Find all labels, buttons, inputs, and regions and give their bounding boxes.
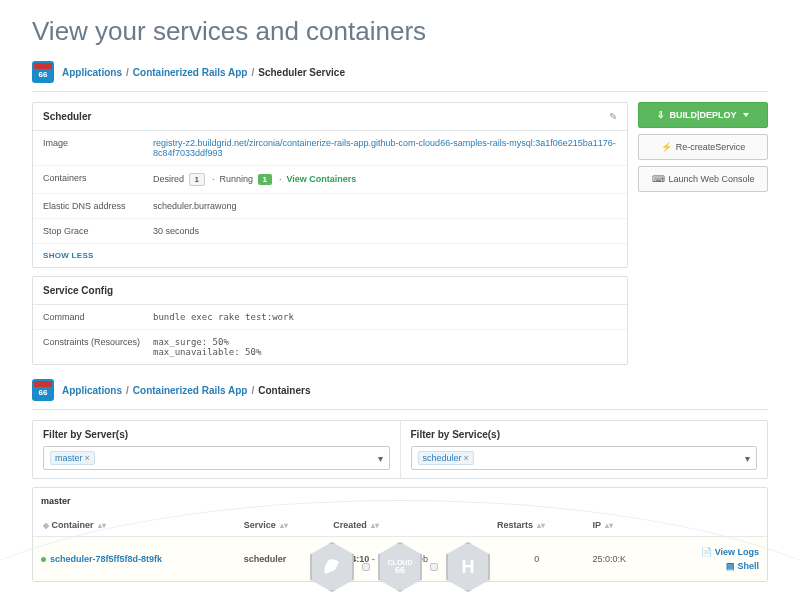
keyboard-icon: ⌨ bbox=[652, 174, 665, 184]
filter-server-select[interactable]: master× ▾ bbox=[43, 446, 390, 470]
chevron-down-icon: ▾ bbox=[378, 453, 383, 464]
status-dot-icon bbox=[41, 557, 46, 562]
cloud66-logo-icon: 66 bbox=[32, 61, 54, 83]
scheduler-panel: Scheduler ✎ Image registry-z2.buildgrid.… bbox=[32, 102, 628, 268]
view-containers-link[interactable]: View Containers bbox=[287, 174, 357, 184]
filter-server-label: Filter by Server(s) bbox=[43, 429, 390, 440]
chevron-down-icon bbox=[743, 113, 749, 117]
breadcrumb-stack[interactable]: Containerized Rails App bbox=[133, 385, 248, 396]
service-config-panel: Service Config Command bundle exec rake … bbox=[32, 276, 628, 365]
stop-grace-label: Stop Grace bbox=[43, 226, 153, 236]
recreate-service-button[interactable]: ⚡ Re-createService bbox=[638, 134, 768, 160]
ip-cell: 25:0:0:K bbox=[584, 537, 657, 582]
filters-panel: Filter by Server(s) master× ▾ Filter by … bbox=[32, 420, 768, 479]
show-less-toggle[interactable]: SHOW LESS bbox=[33, 244, 627, 267]
filter-server-tag[interactable]: master× bbox=[50, 451, 95, 465]
col-restarts[interactable]: Restarts ▴▾ bbox=[489, 514, 584, 537]
launch-web-console-button[interactable]: ⌨ Launch Web Console bbox=[638, 166, 768, 192]
bolt-icon: ⚡ bbox=[661, 142, 672, 152]
col-ip[interactable]: IP ▴▾ bbox=[584, 514, 657, 537]
running-count-pill: 1 bbox=[258, 174, 272, 185]
dns-value: scheduler.burrawong bbox=[153, 201, 617, 211]
constraints-label: Constraints (Resources) bbox=[43, 337, 153, 357]
image-label: Image bbox=[43, 138, 153, 158]
breadcrumb-stack[interactable]: Containerized Rails App bbox=[133, 67, 248, 78]
remove-tag-icon[interactable]: × bbox=[85, 453, 90, 463]
col-created[interactable]: Created ▴▾ bbox=[325, 514, 489, 537]
containers-label: Containers bbox=[43, 173, 153, 186]
constraints-value: max_surge: 50% max_unavailable: 50% bbox=[153, 337, 617, 357]
breadcrumb-applications[interactable]: Applications bbox=[62, 67, 122, 78]
command-label: Command bbox=[43, 312, 153, 322]
hex-logo-strip: CLOUD66 H bbox=[310, 542, 490, 592]
container-link[interactable]: scheduler-78f5ff5f8d-8t9fk bbox=[50, 554, 162, 564]
dns-label: Elastic DNS address bbox=[43, 201, 153, 211]
command-value: bundle exec rake test:work bbox=[153, 312, 617, 322]
ruby-hex-icon bbox=[310, 542, 354, 592]
image-link[interactable]: registry-z2.buildgrid.net/zirconia/conta… bbox=[153, 138, 616, 158]
h-hex-icon: H bbox=[446, 542, 490, 592]
table-header-row: ◆ Container ▴▾ Service ▴▾ Created ▴▾ Res… bbox=[33, 514, 767, 537]
filter-service-select[interactable]: scheduler× ▾ bbox=[411, 446, 758, 470]
remove-tag-icon[interactable]: × bbox=[464, 453, 469, 463]
breadcrumb: 66 Applications / Containerized Rails Ap… bbox=[32, 61, 768, 83]
build-deploy-button[interactable]: ⇩ BUILD|DEPLOY bbox=[638, 102, 768, 128]
chevron-down-icon: ▾ bbox=[745, 453, 750, 464]
breadcrumb-2: 66 Applications / Containerized Rails Ap… bbox=[32, 379, 768, 401]
cloud66-logo-icon: 66 bbox=[32, 379, 54, 401]
service-config-title: Service Config bbox=[43, 285, 113, 296]
filter-service-tag[interactable]: scheduler× bbox=[418, 451, 474, 465]
col-service[interactable]: Service ▴▾ bbox=[236, 514, 326, 537]
restarts-cell: 0 bbox=[489, 537, 584, 582]
breadcrumb-current: Scheduler Service bbox=[258, 67, 345, 78]
filter-service-label: Filter by Service(s) bbox=[411, 429, 758, 440]
edit-icon[interactable]: ✎ bbox=[609, 111, 617, 122]
view-logs-link[interactable]: 📄 View Logs bbox=[666, 545, 759, 559]
breadcrumb-applications[interactable]: Applications bbox=[62, 385, 122, 396]
page-title: View your services and containers bbox=[32, 16, 768, 47]
download-icon: ⇩ bbox=[657, 110, 665, 120]
desired-count-pill: 1 bbox=[189, 173, 205, 186]
col-container[interactable]: ◆ Container ▴▾ bbox=[33, 514, 236, 537]
stop-grace-value: 30 seconds bbox=[153, 226, 617, 236]
cloud66-hex-icon: CLOUD66 bbox=[378, 542, 422, 592]
scheduler-title: Scheduler bbox=[43, 111, 91, 122]
breadcrumb-current: Containers bbox=[258, 385, 310, 396]
table-group-title: master bbox=[33, 488, 767, 514]
shell-link[interactable]: ▤ Shell bbox=[666, 559, 759, 573]
